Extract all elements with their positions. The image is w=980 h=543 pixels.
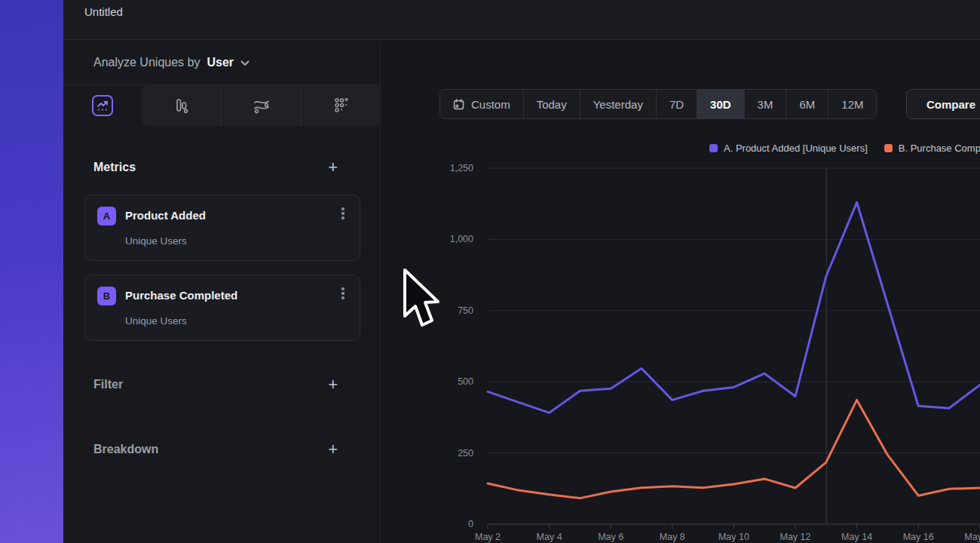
add-breakdown-button[interactable]: + bbox=[328, 442, 338, 457]
metric-card-list: AProduct AddedUnique Users•••BPurchase C… bbox=[63, 195, 380, 341]
metric-card[interactable]: BPurchase CompletedUnique Users••• bbox=[84, 275, 360, 341]
metric-badge: A bbox=[97, 207, 116, 225]
metric-subtitle[interactable]: Unique Users bbox=[125, 235, 187, 247]
metric-card[interactable]: AProduct AddedUnique Users••• bbox=[84, 195, 360, 261]
scatter-grid-icon bbox=[332, 96, 351, 115]
x-tick-label: May 14 bbox=[841, 532, 872, 542]
report-title[interactable]: Untitled bbox=[84, 5, 123, 18]
query-sections: Filter+Breakdown+ bbox=[63, 377, 380, 457]
y-tick-label: 250 bbox=[458, 448, 473, 459]
y-tick-label: 500 bbox=[458, 376, 473, 387]
section-header-filter: Filter+ bbox=[63, 377, 380, 392]
section-label: Breakdown bbox=[93, 443, 158, 456]
x-tick-label: May 16 bbox=[903, 532, 934, 542]
range-yesterday[interactable]: Yesterday bbox=[580, 90, 656, 118]
analyze-by-row: Analyze Uniques by User bbox=[63, 40, 380, 85]
range-3m[interactable]: 3M bbox=[744, 90, 786, 118]
date-range-segmented-control: CustomTodayYesterday7D30D3M6M12M bbox=[439, 89, 877, 119]
series-line-b[interactable] bbox=[488, 400, 980, 498]
chart-type-tabstrip bbox=[63, 85, 380, 126]
range-custom[interactable]: Custom bbox=[440, 90, 523, 118]
kebab-menu-icon[interactable]: ••• bbox=[335, 206, 351, 219]
metrics-header: Metrics + bbox=[63, 160, 380, 175]
range-today[interactable]: Today bbox=[523, 90, 580, 118]
chart-type-other-tabs bbox=[142, 85, 381, 126]
x-tick-label: May 8 bbox=[660, 532, 685, 542]
x-tick-label: May 18 bbox=[964, 532, 980, 542]
bar-chart-icon bbox=[173, 97, 191, 115]
range-7d[interactable]: 7D bbox=[656, 90, 697, 118]
x-tick-label: May 12 bbox=[780, 532, 811, 542]
metric-title: Product Added bbox=[125, 209, 206, 222]
titlebar: Untitled bbox=[63, 0, 980, 40]
range-30d[interactable]: 30D bbox=[697, 90, 744, 118]
metrics-label: Metrics bbox=[93, 161, 136, 174]
section-header-breakdown: Breakdown+ bbox=[63, 442, 380, 457]
y-tick-label: 1,250 bbox=[450, 163, 473, 173]
gradient-backdrop bbox=[0, 0, 63, 543]
metric-subtitle[interactable]: Unique Users bbox=[125, 315, 187, 327]
tab-line-chart[interactable] bbox=[63, 85, 142, 126]
add-filter-button[interactable]: + bbox=[328, 377, 338, 392]
x-tick-label: May 2 bbox=[475, 532, 501, 542]
x-tick-label: May 10 bbox=[718, 532, 749, 542]
app-window: Untitled Analyze Uniques by User bbox=[63, 0, 980, 543]
line-chart-icon bbox=[92, 95, 113, 116]
y-tick-label: 0 bbox=[468, 519, 473, 529]
section-label: Filter bbox=[93, 378, 123, 391]
range-12m[interactable]: 12M bbox=[828, 90, 876, 118]
analyze-by-value[interactable]: User bbox=[207, 56, 234, 69]
tab-flow[interactable] bbox=[221, 85, 301, 126]
query-sidebar: Analyze Uniques by User bbox=[63, 40, 381, 543]
compare-button[interactable]: Compare bbox=[906, 89, 980, 119]
range-6m[interactable]: 6M bbox=[786, 90, 828, 118]
x-tick-label: May 6 bbox=[598, 532, 623, 542]
metric-title: Purchase Completed bbox=[125, 289, 237, 302]
screenshot-stage: Untitled Analyze Uniques by User bbox=[0, 0, 980, 543]
tab-scatter-grid[interactable] bbox=[301, 85, 381, 126]
chart-panel: CustomTodayYesterday7D30D3M6M12M Compare… bbox=[381, 40, 980, 543]
chevron-down-icon[interactable] bbox=[240, 60, 250, 66]
metric-badge: B bbox=[97, 287, 116, 305]
series-line-a[interactable] bbox=[488, 202, 980, 413]
tab-bar-chart[interactable] bbox=[142, 85, 221, 126]
calendar-icon bbox=[453, 99, 464, 110]
line-chart[interactable]: 02505007501,0001,250May 2May 4May 6May 8… bbox=[381, 128, 980, 543]
y-tick-label: 1,000 bbox=[450, 234, 473, 244]
kebab-menu-icon[interactable]: ••• bbox=[335, 286, 351, 299]
flow-icon bbox=[252, 96, 271, 115]
analyze-by-label: Analyze Uniques by bbox=[93, 56, 200, 69]
y-tick-label: 750 bbox=[458, 305, 473, 316]
x-tick-label: May 4 bbox=[537, 532, 562, 542]
add-metric-button[interactable]: + bbox=[328, 160, 338, 175]
